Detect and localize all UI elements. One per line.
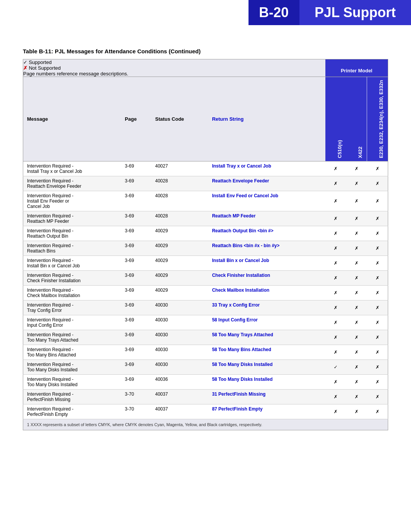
cell-c510n: ✗ — [325, 161, 346, 176]
cell-message: Intervention Required - Reattach MP Feed… — [23, 211, 121, 226]
cell-return-string: Reattach Bins <bin #x - bin #y> — [208, 241, 325, 256]
cell-message: Intervention Required - Reattach Envelop… — [23, 176, 121, 191]
table-row: Intervention Required - PerfectFinish Em… — [23, 404, 388, 419]
legend-note-text: Page numbers reference message descripti… — [23, 71, 128, 77]
cell-e230: ✗ — [367, 241, 388, 256]
page-title: PJL Support — [299, 0, 411, 25]
cell-message: Intervention Required - Tray Config Erro… — [23, 300, 121, 315]
footer-note: 1 XXXX represents a subset of letters CM… — [23, 419, 388, 430]
cell-x422: ✗ — [346, 226, 367, 241]
cell-return-string: Install Env Feed or Cancel Job — [208, 191, 325, 211]
table-row: Intervention Required - Input Config Err… — [23, 315, 388, 330]
legend-cell: ✓ Supported ✗ Not Supported Page numbers… — [23, 59, 325, 77]
not-supported-symbol: ✗ — [23, 65, 29, 71]
cell-return-string: 33 Tray x Config Error — [208, 300, 325, 315]
cell-x422: ✗ — [346, 315, 367, 330]
table-row: Intervention Required - Too Many Bins At… — [23, 345, 388, 360]
cell-c510n: ✗ — [325, 330, 346, 345]
cell-status-code: 40036 — [151, 375, 208, 390]
cell-e230: ✗ — [367, 315, 388, 330]
cell-e230: ✗ — [367, 345, 388, 360]
cell-return-string: Check Mailbox Installation — [208, 286, 325, 300]
page-badge: B-20 — [249, 0, 299, 25]
cell-return-string: 58 Input Config Error — [208, 315, 325, 330]
cell-c510n: ✗ — [325, 300, 346, 315]
cell-e230: ✗ — [367, 404, 388, 419]
cell-status-code: 40029 — [151, 271, 208, 286]
col-header-e230: E230, E232, E234(n), E330, E332n — [367, 77, 388, 161]
col-header-return-string: Return String — [208, 77, 325, 161]
cell-message: Intervention Required - Too Many Bins At… — [23, 345, 121, 360]
cell-message: Intervention Required - Install Bin x or… — [23, 256, 121, 271]
cell-e230: ✗ — [367, 360, 388, 375]
cell-return-string: Reattach Envelope Feeder — [208, 176, 325, 191]
table-row: Intervention Required - PerfectFinish Mi… — [23, 390, 388, 404]
cell-message: Intervention Required - Install Tray x o… — [23, 161, 121, 176]
cell-page: 3-69 — [121, 191, 151, 211]
cell-c510n: ✗ — [325, 271, 346, 286]
supported-label: Supported — [29, 59, 52, 65]
cell-c510n: ✗ — [325, 315, 346, 330]
cell-c510n: ✗ — [325, 286, 346, 300]
cell-page: 3-69 — [121, 345, 151, 360]
cell-message: Intervention Required - Input Config Err… — [23, 315, 121, 330]
cell-x422: ✗ — [346, 360, 367, 375]
cell-status-code: 40037 — [151, 404, 208, 419]
cell-e230: ✗ — [367, 256, 388, 271]
cell-x422: ✗ — [346, 161, 367, 176]
cell-c510n: ✗ — [325, 191, 346, 211]
table-row: Intervention Required - Check Mailbox In… — [23, 286, 388, 300]
page-content: Table B-11: PJL Messages for Attendance … — [0, 40, 411, 446]
cell-message: Intervention Required - Reattach Bins — [23, 241, 121, 256]
cell-x422: ✗ — [346, 375, 367, 390]
page-header: B-20 PJL Support — [0, 0, 411, 25]
column-headers-row: Message Page Status Code Return String C… — [23, 77, 388, 161]
col-header-page: Page — [121, 77, 151, 161]
cell-x422: ✗ — [346, 345, 367, 360]
cell-page: 3-69 — [121, 375, 151, 390]
table-row: Intervention Required - Too Many Disks I… — [23, 360, 388, 375]
cell-x422: ✗ — [346, 390, 367, 404]
cell-c510n: ✗ — [325, 256, 346, 271]
cell-message: Intervention Required - Install Env Feed… — [23, 191, 121, 211]
cell-status-code: 40030 — [151, 315, 208, 330]
cell-return-string: Reattach MP Feeder — [208, 211, 325, 226]
cell-page: 3-69 — [121, 330, 151, 345]
table-row: Intervention Required - Check Finisher I… — [23, 271, 388, 286]
badge-text: B-20 — [259, 5, 289, 21]
cell-x422: ✗ — [346, 241, 367, 256]
cell-e230: ✗ — [367, 211, 388, 226]
cell-message: Intervention Required - PerfectFinish Mi… — [23, 390, 121, 404]
cell-return-string: 87 PerfectFinish Empty — [208, 404, 325, 419]
supported-symbol: ✓ — [23, 59, 29, 65]
cell-x422: ✗ — [346, 176, 367, 191]
cell-status-code: 40030 — [151, 330, 208, 345]
table-row: Intervention Required - Tray Config Erro… — [23, 300, 388, 315]
cell-return-string: Install Bin x or Cancel Job — [208, 256, 325, 271]
footer-row: 1 XXXX represents a subset of letters CM… — [23, 419, 388, 430]
not-supported-label: Not Supported — [29, 65, 61, 71]
cell-message: Intervention Required - Check Mailbox In… — [23, 286, 121, 300]
cell-e230: ✗ — [367, 176, 388, 191]
cell-page: 3-69 — [121, 176, 151, 191]
cell-status-code: 40029 — [151, 256, 208, 271]
table-row: Intervention Required - Too Many Disks I… — [23, 375, 388, 390]
table-row: Intervention Required - Install Bin x or… — [23, 256, 388, 271]
cell-c510n: ✗ — [325, 404, 346, 419]
cell-c510n: ✗ — [325, 176, 346, 191]
title-text: PJL Support — [315, 5, 396, 21]
cell-status-code: 40027 — [151, 161, 208, 176]
cell-status-code: 40030 — [151, 360, 208, 375]
cell-e230: ✗ — [367, 300, 388, 315]
cell-page: 3-69 — [121, 161, 151, 176]
table-title: Table B-11: PJL Messages for Attendance … — [23, 48, 388, 54]
cell-e230: ✗ — [367, 375, 388, 390]
cell-return-string: Reattach Output Bin <bin #> — [208, 226, 325, 241]
cell-message: Intervention Required - Reattach Output … — [23, 226, 121, 241]
cell-return-string: 31 PerfectFinish Missing — [208, 390, 325, 404]
table-row: Intervention Required - Install Tray x o… — [23, 161, 388, 176]
col-header-x422: X422 — [346, 77, 367, 161]
cell-e230: ✗ — [367, 226, 388, 241]
cell-c510n: ✓ — [325, 360, 346, 375]
cell-page: 3-70 — [121, 404, 151, 419]
